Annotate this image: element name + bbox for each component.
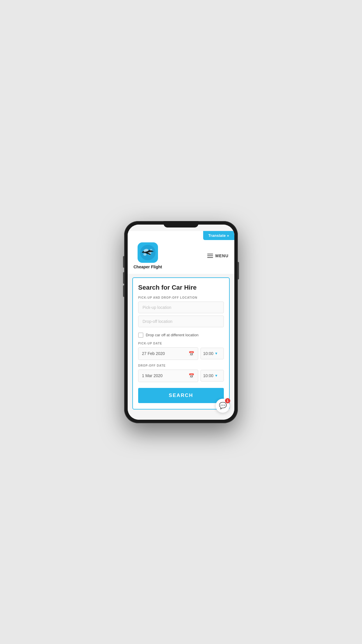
main-content: Search for Car Hire PICK-UP AND DROP-OFF…	[128, 274, 234, 415]
pickup-date-label: PICK-UP DATE	[138, 342, 224, 345]
search-button[interactable]: SEARCH	[138, 388, 224, 403]
pickup-date-input[interactable]: 27 Feb 2020 📅	[138, 347, 198, 360]
pickup-location-input[interactable]	[138, 302, 224, 313]
pickup-location-label: PICK-UP AND DROP-OFF LOCATION	[138, 296, 224, 299]
logo-text: Cheaper Flight	[133, 265, 162, 269]
menu-button[interactable]: MENU	[207, 253, 229, 258]
logo-area: Cheaper Flight	[133, 242, 162, 269]
app-header: Cheaper Flight MENU	[128, 240, 234, 274]
menu-label: MENU	[215, 253, 229, 258]
translate-button[interactable]: Translate »	[203, 231, 234, 240]
pickup-time-value: 10:00	[203, 351, 213, 356]
logo-icon	[138, 242, 158, 263]
dropoff-time-value: 10:00	[203, 373, 213, 378]
dropoff-date-value: 1 Mar 2020	[142, 373, 163, 378]
card-title: Search for Car Hire	[138, 284, 224, 291]
pickup-date-row: 27 Feb 2020 📅 10:00 ▼	[138, 347, 224, 360]
dropoff-time-select[interactable]: 10:00 ▼	[201, 370, 224, 382]
pickup-time-select[interactable]: 10:00 ▼	[201, 348, 224, 359]
phone-frame: Translate »	[124, 221, 238, 423]
dropoff-calendar-icon: 📅	[189, 373, 194, 379]
pickup-calendar-icon: 📅	[189, 351, 194, 356]
dropoff-location-input[interactable]	[138, 316, 224, 327]
search-card: Search for Car Hire PICK-UP AND DROP-OFF…	[132, 277, 230, 410]
different-location-label: Drop car off at different location	[146, 333, 198, 337]
dropoff-date-input[interactable]: 1 Mar 2020 📅	[138, 370, 198, 382]
different-location-row: Drop car off at different location	[138, 332, 224, 338]
dropoff-date-label: DROP-OFF DATE	[138, 364, 224, 367]
dropoff-date-row: 1 Mar 2020 📅 10:00 ▼	[138, 370, 224, 382]
pickup-time-chevron: ▼	[215, 351, 218, 356]
chat-icon: 💬	[219, 402, 227, 410]
dropoff-time-chevron: ▼	[215, 374, 218, 378]
plane-logo-icon	[139, 247, 156, 258]
phone-screen: Translate »	[128, 225, 234, 420]
chat-bubble-button[interactable]: 💬 1	[216, 399, 230, 413]
chat-badge: 1	[225, 398, 230, 403]
translate-bar: Translate »	[128, 231, 234, 240]
screen-content: Translate »	[128, 225, 234, 420]
different-location-checkbox[interactable]	[138, 332, 143, 338]
pickup-date-value: 27 Feb 2020	[142, 351, 165, 356]
hamburger-icon	[207, 254, 213, 258]
phone-notch	[164, 221, 198, 228]
